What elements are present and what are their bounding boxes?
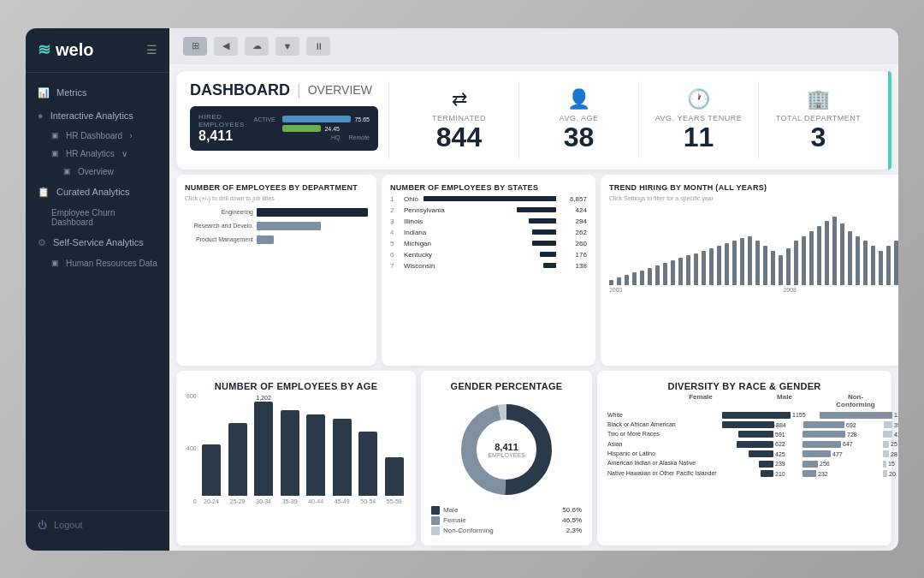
- hired-value: 8,411: [198, 128, 245, 144]
- building-icon: 🏢: [807, 88, 830, 110]
- dashboard-area: DASHBOARD | OVERVIEW HIRED EMPLOYEES 8,4…: [169, 64, 898, 551]
- nc-bar: [883, 431, 892, 438]
- trend-bar: [755, 241, 760, 284]
- female-color: [431, 516, 440, 525]
- sidebar-item-interactive[interactable]: ● Interactive Analytics: [26, 104, 169, 127]
- terminated-value: 844: [436, 122, 482, 152]
- trend-bar: [717, 246, 721, 285]
- donut-label: EMPLOYEES: [488, 451, 524, 457]
- trend-bar: [871, 246, 875, 285]
- trend-chart-title: TREND HIRING BY MONTH (All Years): [609, 183, 898, 192]
- sidebar-item-metrics[interactable]: 📊 Metrics: [26, 81, 169, 104]
- logout-icon: ⏻: [38, 520, 47, 530]
- female-bar: [722, 421, 774, 428]
- gender-donut-area: 8,411 EMPLOYEES Male 50.6%: [431, 393, 582, 535]
- toolbar: ⊞ ◀ ☁ ▼ ⏸: [169, 28, 898, 64]
- diversity-row: Hispanic or Latino42547728: [607, 450, 881, 457]
- trend-bar: [832, 217, 837, 285]
- age-bar: [358, 432, 377, 496]
- active-bar: [282, 116, 351, 122]
- trend-bar: [671, 260, 675, 285]
- dept-bar-product: [257, 235, 274, 244]
- sidebar-item-label: HR Dashboard: [66, 131, 122, 140]
- diversity-row: American Indian or Alaska Native23925615: [607, 460, 881, 467]
- diversity-race-label: American Indian or Alaska Native: [607, 460, 719, 467]
- trend-bar: [609, 280, 613, 285]
- legend-nc: Non-Conforming 2.3%: [431, 527, 582, 535]
- age-bar: [202, 444, 221, 496]
- chevron-down-icon: ∨: [121, 149, 127, 158]
- diversity-race-label: Hispanic or Latino: [607, 450, 719, 457]
- female-bar: [738, 431, 773, 438]
- dept-chart: NUMBER OF EMPLOYEES BY DEPARTMENT Click …: [176, 175, 376, 366]
- legend-female: Female 46.5%: [431, 516, 582, 525]
- curated-icon: 📋: [38, 187, 50, 198]
- hamburger-icon[interactable]: ☰: [146, 43, 157, 57]
- remote-bar: [282, 125, 321, 132]
- state-row: 3 Illinois 294: [390, 217, 587, 225]
- sidebar-item-overview[interactable]: ▣ Overview: [26, 163, 169, 181]
- female-bar: [761, 470, 773, 477]
- logout-button[interactable]: ⏻ Logout: [26, 510, 169, 539]
- sidebar-item-label: Self-Service Analytics: [53, 237, 144, 247]
- toolbar-btn-back[interactable]: ◀: [214, 37, 238, 56]
- sidebar-item-hr-data[interactable]: ▣ Human Resources Data: [26, 254, 169, 272]
- age-bar-col: 1,20230-34: [252, 395, 275, 504]
- male-bar: [803, 450, 831, 457]
- age-bars: 20-2425-291,20230-3435-3940-4445-4950-54…: [200, 393, 406, 504]
- trend-bar: [748, 236, 752, 285]
- subtitle-text: OVERVIEW: [308, 83, 372, 97]
- male-color: [431, 506, 440, 515]
- sidebar-item-curated[interactable]: 📋 Curated Analytics: [26, 181, 169, 204]
- toolbar-btn-filter[interactable]: ▼: [275, 37, 299, 56]
- state-bar: [532, 241, 556, 246]
- grid-icon: ▣: [51, 149, 59, 158]
- state-bar: [424, 196, 556, 201]
- state-bar: [529, 218, 556, 223]
- dept-bar-research: [257, 222, 321, 230]
- kpi-total-dept: 🏢 TOTAL DEPARTMENT 3: [759, 81, 878, 159]
- hired-label: HIRED EMPLOYEES: [198, 113, 245, 128]
- remote-bar-row: 24.45: [253, 125, 370, 132]
- trend-bar: [825, 221, 829, 284]
- trend-bar: [886, 246, 891, 285]
- legend-male: Male 50.6%: [431, 506, 582, 515]
- sidebar-item-hr-dashboard[interactable]: ▣ HR Dashboard ›: [26, 127, 169, 145]
- nc-bar: [883, 441, 889, 448]
- kpi-terminated: ⇄ TERMINATED 844: [400, 81, 519, 159]
- gender-chart: GENDER PERCENTAGE: [421, 371, 592, 545]
- trend-bars: [609, 208, 898, 285]
- hired-widget: HIRED EMPLOYEES 8,411 ACTIVE 75.65: [190, 106, 378, 151]
- sidebar-item-emp-churn[interactable]: Employee Churn Dashboard: [26, 204, 169, 231]
- avg-tenure-label: AVG. YEARS TENURE: [655, 114, 743, 122]
- toolbar-btn-cloud[interactable]: ☁: [245, 37, 269, 56]
- female-bar: [722, 412, 791, 419]
- title-separator: |: [297, 81, 301, 99]
- state-row: 4 Indiana 262: [390, 229, 587, 236]
- age-bar-peak-value: 1,202: [256, 395, 271, 401]
- male-bar: [803, 461, 818, 468]
- interactive-icon: ●: [38, 110, 44, 121]
- female-bar: [749, 450, 773, 457]
- gender-legend: Male 50.6% Female 46.5% Non-Conforming: [431, 506, 582, 535]
- avg-age-value: 38: [564, 122, 595, 152]
- trend-bar: [817, 226, 821, 285]
- hired-info: HIRED EMPLOYEES 8,411: [198, 113, 245, 144]
- title-text: DASHBOARD: [190, 81, 290, 99]
- sidebar-nav: 📊 Metrics ● Interactive Analytics ▣ HR D…: [26, 73, 169, 510]
- hq-remote-labels: HQ Remote: [253, 134, 370, 140]
- terminated-icon: ⇄: [452, 88, 467, 110]
- age-bar-col: 20-24: [200, 433, 223, 504]
- sidebar-item-hr-analytics[interactable]: ▣ HR Analytics ∨: [26, 145, 169, 163]
- nc-bar: [883, 461, 886, 468]
- toolbar-btn-pause[interactable]: ⏸: [306, 37, 330, 56]
- sidebar-item-self-service[interactable]: ⚙ Self-Service Analytics: [26, 231, 169, 254]
- avg-age-label: AVG. AGE: [560, 114, 599, 122]
- sidebar-item-label: Metrics: [56, 87, 86, 98]
- toolbar-btn-grid[interactable]: ⊞: [183, 37, 207, 56]
- nc-bar: [884, 421, 892, 428]
- nc-bar: [883, 450, 889, 457]
- male-bar: [820, 412, 892, 419]
- age-bar-col: 25-29: [226, 412, 249, 504]
- trend-bar: [686, 255, 690, 284]
